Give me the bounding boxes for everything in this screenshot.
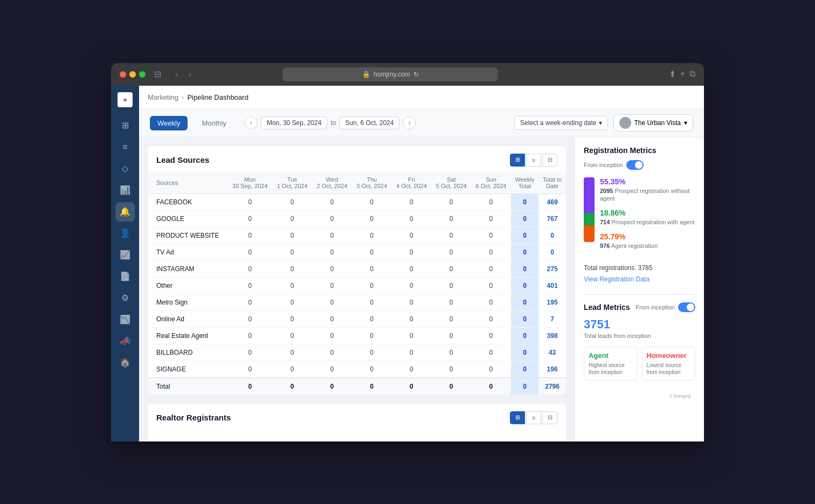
total-date-cell: 43 <box>538 344 566 361</box>
property-selector[interactable]: The Urban Vista ▾ <box>613 114 694 132</box>
thu-cell: 0 <box>352 277 392 294</box>
tue-cell: 0 <box>272 294 312 310</box>
sidebar-item-megaphone[interactable]: 📣 <box>115 332 135 351</box>
legend-pct-green: 18.86% <box>600 209 695 217</box>
monthly-tab[interactable]: Monthly <box>194 116 234 130</box>
breadcrumb-parent[interactable]: Marketing <box>148 93 178 101</box>
registration-metrics-section: Registration Metrics From inception <box>584 146 695 284</box>
sidebar-item-trending[interactable]: 📉 <box>115 310 135 329</box>
sidebar-item-file[interactable]: 📄 <box>115 267 135 286</box>
total-date-cell: 401 <box>538 277 566 294</box>
sidebar-item-active[interactable]: 🔔 <box>115 202 135 222</box>
legend-desc-purple: 2095 Prospect registration without agent <box>600 187 695 203</box>
prev-date-button[interactable]: ‹ <box>245 116 258 129</box>
sat-cell: 0 <box>431 277 471 294</box>
sidebar-item-diamond[interactable]: ◇ <box>115 159 135 178</box>
homeowner-label: Homeowner <box>647 351 691 360</box>
col-wed: Wed2 Oct, 2024 <box>312 172 352 194</box>
view-toggle: ⊞ ≡ ⊟ <box>510 154 557 167</box>
table-row: INSTAGRAM 0 0 0 0 0 0 0 0 275 <box>148 260 566 277</box>
total-date-cell: 196 <box>538 361 566 378</box>
sidebar-item-list[interactable]: ≡ <box>115 137 135 157</box>
sidebar-item-settings[interactable]: ⚙ <box>115 288 135 308</box>
col-sat: Sat5 Oct, 2024 <box>431 172 471 194</box>
sidebar-item-grid[interactable]: ⊞ <box>115 116 135 135</box>
total-label-cell: Total <box>148 378 227 395</box>
mon-cell: 0 <box>227 310 272 327</box>
sat-cell: 0 <box>431 194 471 210</box>
weekly-total-cell: 0 <box>511 244 538 260</box>
close-button[interactable] <box>120 71 126 78</box>
realtor-toggle-grid[interactable]: ⊞ <box>510 411 525 424</box>
view-registration-data-link[interactable]: View Registration Data <box>584 275 650 283</box>
back-button[interactable]: ‹ <box>172 69 181 80</box>
date-nav: ‹ Mon, 30 Sep, 2024 to Sun, 6 Oct, 2024 … <box>245 116 416 129</box>
homeowner-source-card: Homeowner Lowest source from inception <box>642 347 696 381</box>
tabs-icon[interactable]: ⧉ <box>689 69 695 79</box>
fri-cell: 0 <box>392 294 432 310</box>
reg-metrics-title: Registration Metrics <box>584 146 657 155</box>
next-date-button[interactable]: › <box>403 116 416 129</box>
sidebar-item-chart[interactable]: 📊 <box>115 181 135 200</box>
lead-toggle-switch[interactable] <box>678 302 695 312</box>
legend-item-orange: 25.79% 976 Agent registration <box>600 232 695 250</box>
source-name-cell: Metro Sign <box>148 294 227 310</box>
browser-titlebar: ⊟ ‹ › 🔒 homjrny.com ↻ ⬆ + ⧉ <box>111 63 704 86</box>
sidebar-item-person[interactable]: 👤 <box>115 224 135 243</box>
weekly-total-cell: 0 <box>511 194 538 210</box>
total-thu: 0 <box>352 378 392 395</box>
minimize-button[interactable] <box>129 71 136 78</box>
sat-cell: 0 <box>431 210 471 227</box>
sat-cell: 0 <box>431 310 471 327</box>
table-row: FACEBOOK 0 0 0 0 0 0 0 0 469 <box>148 194 566 210</box>
address-bar[interactable]: 🔒 homjrny.com ↻ <box>282 67 498 81</box>
sidebar-expand-icon[interactable]: ⊟ <box>154 69 161 79</box>
tue-cell: 0 <box>272 244 312 260</box>
total-date-cell: 275 <box>538 260 566 277</box>
sidebar-logo[interactable]: » <box>118 92 133 107</box>
table-row: GOOGLE 0 0 0 0 0 0 0 0 767 <box>148 210 566 227</box>
mon-cell: 0 <box>227 327 272 344</box>
toggle-compact-btn[interactable]: ⊟ <box>542 154 557 167</box>
main-area: Marketing › Pipeline Dashboard Weekly Mo… <box>139 86 704 441</box>
inception-toggle-switch[interactable] <box>626 160 644 170</box>
wed-cell: 0 <box>312 194 352 210</box>
thu-cell: 0 <box>352 260 392 277</box>
filter-bar: Weekly Monthly ‹ Mon, 30 Sep, 2024 to Su… <box>139 109 704 137</box>
mon-cell: 0 <box>227 210 272 227</box>
table-row: Other 0 0 0 0 0 0 0 0 401 <box>148 277 566 294</box>
sun-cell: 0 <box>471 194 511 210</box>
toggle-list-btn[interactable]: ≡ <box>526 154 541 167</box>
share-icon[interactable]: ⬆ <box>669 69 676 79</box>
realtor-header: Realtor Registrants ⊞ ≡ ⊟ <box>148 404 566 430</box>
wed-cell: 0 <box>312 310 352 327</box>
forward-button[interactable]: › <box>185 69 195 80</box>
bar-segment-green <box>584 213 595 225</box>
source-name-cell: FACEBOOK <box>148 194 227 210</box>
total-mon: 0 <box>227 378 272 395</box>
total-date-cell: 195 <box>538 294 566 310</box>
from-inception-label: From inception <box>584 162 623 168</box>
maximize-button[interactable] <box>139 71 146 78</box>
lead-from-label: From inception <box>636 304 675 310</box>
legend-pct-purple: 55.35% <box>600 177 695 186</box>
realtor-toggle-compact[interactable]: ⊟ <box>542 411 557 424</box>
total-tue: 0 <box>272 378 312 395</box>
realtor-toggle-list[interactable]: ≡ <box>526 411 541 424</box>
total-date-cell: 0 <box>538 227 566 244</box>
week-select-dropdown[interactable]: Select a week-ending date ▾ <box>514 116 607 130</box>
reload-icon[interactable]: ↻ <box>413 71 419 78</box>
source-name-cell: Real Estate Agent <box>148 327 227 344</box>
toggle-grid-btn[interactable]: ⊞ <box>510 154 525 167</box>
sidebar-item-home[interactable]: 🏠 <box>115 353 135 372</box>
date-to-badge[interactable]: Sun, 6 Oct, 2024 <box>339 116 399 129</box>
sidebar-item-area-chart[interactable]: 📈 <box>115 245 135 265</box>
new-tab-icon[interactable]: + <box>680 69 685 79</box>
property-name: The Urban Vista <box>634 119 681 127</box>
registration-chart-area: 55.35% 2095 Prospect registration withou… <box>584 177 695 257</box>
weekly-tab[interactable]: Weekly <box>150 116 188 130</box>
date-from-badge[interactable]: Mon, 30 Sep, 2024 <box>261 116 327 129</box>
breadcrumb-separator: › <box>182 93 184 101</box>
thu-cell: 0 <box>352 310 392 327</box>
source-cards: Agent Highest source from inception Home… <box>584 347 695 381</box>
